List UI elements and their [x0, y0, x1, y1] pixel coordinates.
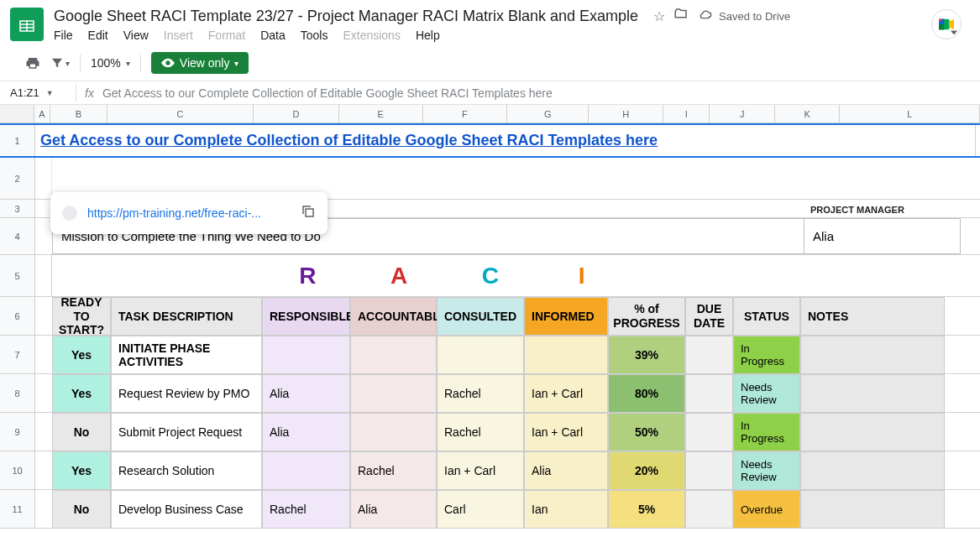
- col-header-A[interactable]: A: [34, 105, 50, 122]
- row-header[interactable]: 2: [0, 158, 35, 199]
- row-header[interactable]: 11: [0, 490, 35, 528]
- row-header[interactable]: 7: [0, 336, 35, 373]
- link-url[interactable]: https://pm-training.net/free-raci-...: [87, 206, 291, 220]
- col-header-G[interactable]: G: [507, 105, 589, 122]
- notes-cell[interactable]: [800, 451, 945, 490]
- informed-cell[interactable]: Ian: [524, 490, 608, 529]
- status-cell[interactable]: Needs Review: [733, 451, 800, 490]
- col-header-K[interactable]: K: [775, 105, 840, 122]
- meet-button[interactable]: [931, 9, 962, 39]
- accountable-cell[interactable]: [350, 413, 437, 451]
- accountable-cell[interactable]: Alia: [350, 490, 437, 529]
- progress-cell[interactable]: 39%: [608, 336, 685, 374]
- col-header-C[interactable]: C: [107, 105, 254, 122]
- status-cell[interactable]: In Progress: [733, 413, 800, 451]
- progress-cell[interactable]: 50%: [608, 413, 685, 451]
- consulted-cell[interactable]: Rachel: [437, 374, 524, 413]
- task-cell[interactable]: Develop Business Case: [111, 490, 262, 529]
- col-header-E[interactable]: E: [339, 105, 423, 122]
- menu-insert[interactable]: Insert: [164, 29, 193, 42]
- informed-cell[interactable]: [524, 336, 608, 374]
- row-header[interactable]: 5: [0, 255, 35, 296]
- menu-format[interactable]: Format: [208, 29, 245, 42]
- col-header-D[interactable]: D: [254, 105, 339, 122]
- ready-cell[interactable]: Yes: [52, 336, 111, 374]
- filter-icon[interactable]: ▾: [50, 56, 70, 70]
- task-cell[interactable]: Submit Project Request: [111, 413, 262, 451]
- due-cell[interactable]: [685, 374, 733, 413]
- consulted-cell[interactable]: Ian + Carl: [437, 451, 524, 490]
- menu-extensions[interactable]: Extensions: [343, 29, 400, 42]
- progress-cell[interactable]: 5%: [608, 490, 685, 529]
- row-header[interactable]: 4: [0, 218, 35, 254]
- row-header[interactable]: 6: [0, 297, 35, 335]
- notes-cell[interactable]: [800, 374, 945, 413]
- col-header-F[interactable]: F: [423, 105, 508, 122]
- menu-help[interactable]: Help: [416, 29, 440, 42]
- accountable-cell[interactable]: [350, 374, 437, 413]
- menu-file[interactable]: File: [54, 29, 73, 42]
- ready-cell[interactable]: No: [52, 490, 111, 529]
- formula-bar[interactable]: fx Get Access to our Complete Collection…: [76, 86, 980, 100]
- informed-cell[interactable]: Alia: [524, 451, 608, 490]
- responsible-cell[interactable]: [262, 451, 350, 490]
- accountable-cell[interactable]: [350, 336, 437, 374]
- view-only-button[interactable]: View only ▾: [151, 52, 249, 74]
- sheets-logo[interactable]: [10, 8, 44, 41]
- copy-link-icon[interactable]: [301, 204, 316, 222]
- consulted-cell[interactable]: Rachel: [437, 413, 524, 451]
- select-all-corner[interactable]: [0, 105, 34, 122]
- star-icon[interactable]: ☆: [653, 8, 665, 24]
- due-cell[interactable]: [685, 451, 733, 490]
- cloud-status[interactable]: Saved to Drive: [697, 9, 790, 23]
- accountable-cell[interactable]: Rachel: [350, 451, 437, 490]
- notes-cell[interactable]: [800, 413, 945, 451]
- doc-title[interactable]: Google Sheet RACI Template 23/27 - Proje…: [54, 8, 638, 25]
- progress-cell[interactable]: 80%: [608, 374, 685, 413]
- responsible-cell[interactable]: Alia: [262, 374, 350, 413]
- menu-tools[interactable]: Tools: [301, 29, 328, 42]
- informed-cell[interactable]: Ian + Carl: [524, 374, 608, 413]
- row-header[interactable]: 10: [0, 451, 35, 489]
- responsible-cell[interactable]: Rachel: [262, 490, 350, 529]
- name-box[interactable]: A1:Z1▼: [0, 86, 76, 99]
- menu-view[interactable]: View: [123, 29, 149, 42]
- status-cell[interactable]: Overdue: [733, 490, 800, 529]
- task-cell[interactable]: Request Review by PMO: [111, 374, 262, 413]
- responsible-cell[interactable]: [262, 336, 350, 374]
- row-header[interactable]: 8: [0, 374, 35, 412]
- ready-cell[interactable]: No: [52, 413, 111, 451]
- progress-cell[interactable]: 20%: [608, 451, 685, 490]
- menu-data[interactable]: Data: [260, 29, 286, 42]
- header-due: DUE DATE: [685, 297, 733, 336]
- notes-cell[interactable]: [800, 490, 945, 529]
- due-cell[interactable]: [685, 413, 733, 451]
- col-header-J[interactable]: J: [710, 105, 774, 122]
- col-header-H[interactable]: H: [589, 105, 663, 122]
- col-header-L[interactable]: L: [840, 105, 980, 122]
- status-cell[interactable]: In Progress: [733, 336, 800, 374]
- informed-cell[interactable]: Ian + Carl: [524, 413, 608, 451]
- responsible-cell[interactable]: Alia: [262, 413, 350, 451]
- col-header-I[interactable]: I: [663, 105, 710, 122]
- project-manager-input[interactable]: Alia: [804, 218, 961, 254]
- task-cell[interactable]: Research Solution: [111, 451, 262, 490]
- row-header[interactable]: 9: [0, 413, 35, 451]
- due-cell[interactable]: [685, 490, 733, 529]
- col-header-B[interactable]: B: [50, 105, 107, 122]
- menu-edit[interactable]: Edit: [88, 29, 108, 42]
- ready-cell[interactable]: Yes: [52, 451, 111, 490]
- notes-cell[interactable]: [800, 336, 945, 374]
- row-header[interactable]: 3: [0, 200, 35, 217]
- move-icon[interactable]: [673, 7, 689, 25]
- task-cell[interactable]: INITIATE PHASE ACTIVITIES: [111, 336, 262, 374]
- row-header[interactable]: 1: [0, 125, 35, 156]
- ready-cell[interactable]: Yes: [52, 374, 111, 413]
- status-cell[interactable]: Needs Review: [733, 374, 800, 413]
- collection-link[interactable]: Get Access to our Complete Collection of…: [35, 125, 976, 156]
- consulted-cell[interactable]: Carl: [437, 490, 524, 529]
- due-cell[interactable]: [685, 336, 733, 374]
- print-icon[interactable]: [25, 55, 40, 70]
- consulted-cell[interactable]: [437, 336, 524, 374]
- zoom-selector[interactable]: 100%▾: [91, 56, 130, 70]
